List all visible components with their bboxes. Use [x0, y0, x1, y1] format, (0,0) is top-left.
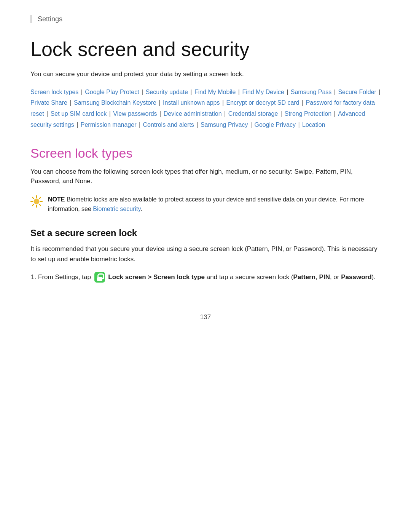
steps-list: From Settings, tap Lock screen > Screen … [30, 272, 381, 283]
secure-screen-lock-intro: It is recommended that you secure your d… [30, 244, 381, 264]
link-device-administration[interactable]: Device administration [164, 110, 222, 117]
svg-line-6 [40, 204, 41, 206]
note-box: NOTE Biometric locks are also available … [30, 195, 381, 214]
svg-line-7 [40, 197, 41, 199]
breadcrumb: Settings [30, 15, 381, 23]
page-number: 137 [200, 313, 211, 321]
step1-prefix: From Settings, tap [38, 273, 93, 281]
link-security-update[interactable]: Security update [146, 89, 188, 95]
link-sim-card-lock[interactable]: Set up SIM card lock [51, 110, 107, 117]
note-label: NOTE [48, 196, 65, 203]
screen-lock-intro: You can choose from the following screen… [30, 167, 381, 186]
note-biometric-link[interactable]: Biometric security [93, 206, 140, 212]
link-screen-lock-types[interactable]: Screen lock types [30, 89, 78, 95]
screen-lock-types-title: Screen lock types [30, 146, 381, 161]
svg-line-5 [32, 197, 34, 199]
step1-middle: and tap a secure screen lock (Pattern, P… [207, 273, 376, 281]
link-samsung-privacy[interactable]: Samsung Privacy [201, 121, 248, 128]
link-location[interactable]: Location [302, 121, 325, 128]
intro-text: You can secure your device and protect y… [30, 69, 381, 79]
step1-bold1: Lock screen > Screen lock type [108, 273, 205, 281]
links-section: Screen lock types | Google Play Protect … [30, 87, 381, 131]
link-install-unknown[interactable]: Install unknown apps [163, 99, 220, 106]
page-title: Lock screen and security [30, 38, 381, 60]
link-credential-storage[interactable]: Credential storage [228, 110, 278, 117]
link-private-share[interactable]: Private Share [30, 99, 67, 106]
note-content: NOTE Biometric locks are also available … [48, 195, 381, 214]
breadcrumb-text: Settings [38, 15, 62, 23]
link-google-privacy[interactable]: Google Privacy [254, 121, 296, 128]
link-permission-manager[interactable]: Permission manager [81, 121, 137, 128]
note-sun-icon [30, 195, 43, 208]
link-controls-alerts[interactable]: Controls and alerts [143, 121, 194, 128]
link-find-my-device[interactable]: Find My Device [242, 89, 284, 95]
svg-point-0 [34, 199, 39, 204]
page-footer: 137 [30, 313, 381, 321]
link-google-play-protect[interactable]: Google Play Protect [85, 89, 139, 95]
secure-screen-lock-title: Set a secure screen lock [30, 228, 381, 238]
lock-screen-icon [94, 272, 105, 283]
link-strong-protection[interactable]: Strong Protection [284, 110, 331, 117]
note-text-end: . [140, 206, 142, 212]
link-find-my-mobile[interactable]: Find My Mobile [194, 89, 236, 95]
link-view-passwords[interactable]: View passwords [113, 110, 157, 117]
svg-line-8 [32, 204, 34, 206]
link-encrypt-sd[interactable]: Encrypt or decrypt SD card [226, 99, 299, 106]
link-samsung-pass[interactable]: Samsung Pass [291, 89, 332, 95]
link-secure-folder[interactable]: Secure Folder [338, 89, 376, 95]
link-samsung-blockchain[interactable]: Samsung Blockchain Keystore [74, 99, 156, 106]
step-1: From Settings, tap Lock screen > Screen … [38, 272, 381, 283]
